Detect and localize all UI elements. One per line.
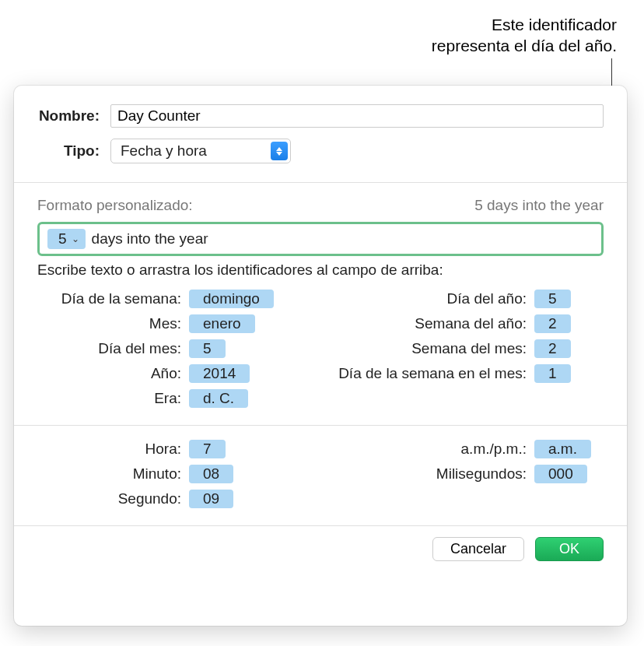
- era-label: Era:: [37, 390, 189, 407]
- instruction-text: Escribe texto o arrastra los identificad…: [14, 260, 627, 290]
- time-tokens-section: Hora: 7 Minuto: 08 Segundo: 09 a.m./p.m.…: [14, 426, 627, 525]
- type-select[interactable]: Fecha y hora: [110, 139, 291, 163]
- day-of-week-label: Día de la semana:: [37, 290, 189, 307]
- milliseconds-token[interactable]: 000: [534, 465, 587, 483]
- day-of-month-label: Día del mes:: [37, 340, 189, 357]
- name-label: Nombre:: [37, 107, 110, 125]
- weekday-in-month-label: Día de la semana en el mes:: [332, 365, 534, 382]
- cancel-button[interactable]: Cancelar: [432, 537, 524, 561]
- second-label: Segundo:: [37, 490, 189, 507]
- format-trailing-text: days into the year: [92, 230, 208, 248]
- ok-button[interactable]: OK: [535, 537, 604, 561]
- format-header-label: Formato personalizado:: [37, 197, 193, 214]
- ampm-token[interactable]: a.m.: [534, 440, 591, 458]
- custom-format-dialog: Nombre: Tipo: Fecha y hora Formato perso…: [14, 86, 627, 626]
- annotation-line1: Este identificador: [432, 14, 617, 35]
- week-of-year-label: Semana del año:: [332, 315, 534, 332]
- annotation-text: Este identificador representa el día del…: [432, 14, 617, 57]
- week-of-month-token[interactable]: 2: [534, 339, 571, 358]
- type-select-value: Fecha y hora: [121, 142, 207, 160]
- format-field[interactable]: 5 ⌄ days into the year: [37, 222, 604, 256]
- format-token-day-of-year[interactable]: 5 ⌄: [47, 229, 86, 249]
- weekday-in-month-token[interactable]: 1: [534, 364, 571, 383]
- day-of-year-token[interactable]: 5: [534, 290, 571, 308]
- week-of-month-label: Semana del mes:: [332, 340, 534, 357]
- month-label: Mes:: [37, 315, 189, 332]
- minute-label: Minuto:: [37, 465, 189, 483]
- date-tokens-section: Día de la semana: domingo Mes: enero Día…: [14, 290, 627, 425]
- name-input[interactable]: [110, 104, 604, 128]
- day-of-month-token[interactable]: 5: [189, 339, 226, 358]
- hour-label: Hora:: [37, 441, 189, 458]
- chevron-down-icon: ⌄: [72, 233, 79, 244]
- era-token[interactable]: d. C.: [189, 389, 248, 408]
- format-preview: 5 days into the year: [474, 197, 604, 214]
- annotation-line2: representa el día del año.: [432, 35, 617, 56]
- minute-token[interactable]: 08: [189, 465, 233, 483]
- second-token[interactable]: 09: [189, 490, 233, 508]
- week-of-year-token[interactable]: 2: [534, 314, 571, 333]
- ampm-label: a.m./p.m.:: [332, 441, 534, 458]
- day-of-week-token[interactable]: domingo: [189, 290, 274, 308]
- month-token[interactable]: enero: [189, 314, 255, 333]
- format-token-value: 5: [58, 230, 67, 248]
- hour-token[interactable]: 7: [189, 440, 226, 458]
- day-of-year-label: Día del año:: [332, 290, 534, 307]
- year-token[interactable]: 2014: [189, 364, 250, 383]
- milliseconds-label: Milisegundos:: [332, 465, 534, 483]
- select-arrows-icon: [271, 142, 288, 160]
- type-label: Tipo:: [37, 142, 110, 160]
- year-label: Año:: [37, 365, 189, 382]
